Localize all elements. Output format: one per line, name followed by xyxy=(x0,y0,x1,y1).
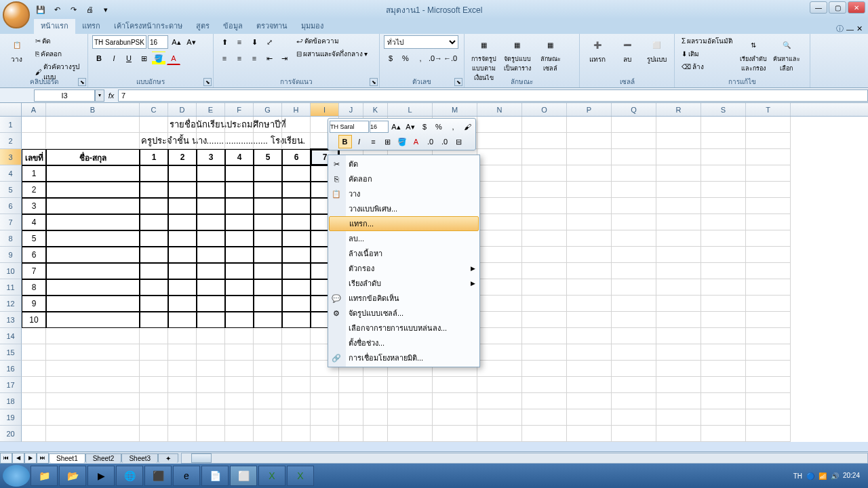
cell[interactable] xyxy=(701,263,746,279)
cell[interactable] xyxy=(282,117,311,133)
cell[interactable] xyxy=(197,296,225,312)
cell[interactable] xyxy=(311,426,339,442)
cell[interactable] xyxy=(567,426,612,442)
cell[interactable] xyxy=(168,198,197,214)
cell[interactable] xyxy=(477,247,522,263)
cell[interactable] xyxy=(746,426,791,442)
cell[interactable]: 2 xyxy=(22,182,46,198)
cell[interactable]: รายชื่อนักเรียนประถมศึกษาปีที่ xyxy=(168,117,197,133)
decrease-decimal-icon[interactable]: ←.0 xyxy=(443,52,457,65)
comma-icon[interactable]: , xyxy=(414,52,427,65)
cell[interactable] xyxy=(140,279,168,296)
cell[interactable] xyxy=(46,247,140,263)
cell[interactable] xyxy=(197,426,225,442)
row-header-10[interactable]: 10 xyxy=(0,263,22,279)
cell[interactable] xyxy=(225,409,254,426)
cell[interactable] xyxy=(282,328,311,344)
font-color-button[interactable]: A xyxy=(167,52,180,65)
col-header-G[interactable]: G xyxy=(254,103,282,116)
cell[interactable] xyxy=(746,247,791,263)
cell[interactable] xyxy=(477,328,522,344)
cell[interactable] xyxy=(477,214,522,230)
cell[interactable] xyxy=(522,361,567,377)
cell[interactable] xyxy=(282,230,311,247)
cell[interactable] xyxy=(225,279,254,296)
cell[interactable] xyxy=(168,377,197,393)
row-header-12[interactable]: 12 xyxy=(0,296,22,312)
cell[interactable] xyxy=(168,247,197,263)
mini-bold-button[interactable]: B xyxy=(338,135,352,148)
cell[interactable] xyxy=(522,312,567,328)
save-icon[interactable]: 💾 xyxy=(34,3,47,16)
cell[interactable] xyxy=(612,149,656,165)
cell[interactable]: 3 xyxy=(22,198,46,214)
row-header-9[interactable]: 9 xyxy=(0,247,22,263)
cell[interactable] xyxy=(46,312,140,328)
menu-item[interactable]: 💬แทรกข้อคิดเห็น xyxy=(328,291,479,306)
cell[interactable] xyxy=(168,344,197,361)
cell[interactable] xyxy=(225,263,254,279)
cell[interactable] xyxy=(612,344,656,361)
cell[interactable] xyxy=(612,133,656,149)
cell[interactable] xyxy=(46,361,140,377)
row-header-14[interactable]: 14 xyxy=(0,328,22,344)
menu-item[interactable]: ตั้งชื่อช่วง... xyxy=(328,336,479,350)
col-header-C[interactable]: C xyxy=(140,103,168,116)
cell[interactable] xyxy=(522,247,567,263)
cell[interactable] xyxy=(363,393,388,409)
cell[interactable] xyxy=(46,296,140,312)
cell[interactable] xyxy=(140,198,168,214)
cell[interactable] xyxy=(522,165,567,182)
cell[interactable] xyxy=(22,426,46,442)
cell[interactable] xyxy=(282,247,311,263)
cell[interactable] xyxy=(225,214,254,230)
cell[interactable] xyxy=(746,377,791,393)
cell[interactable]: ชื่อ-สกุล xyxy=(46,149,140,165)
cell[interactable] xyxy=(701,247,746,263)
row-header-2[interactable]: 2 xyxy=(0,133,22,149)
cell[interactable] xyxy=(567,117,612,133)
paste-button[interactable]: 📋 วาง xyxy=(4,35,30,66)
cell[interactable] xyxy=(46,182,140,198)
cell[interactable] xyxy=(363,377,388,393)
close-button[interactable]: ✕ xyxy=(848,1,865,14)
cell[interactable] xyxy=(254,182,282,198)
cell[interactable] xyxy=(46,377,140,393)
cell[interactable] xyxy=(477,426,522,442)
cell[interactable] xyxy=(168,296,197,312)
cell[interactable] xyxy=(22,393,46,409)
cell[interactable] xyxy=(746,214,791,230)
cell[interactable] xyxy=(567,393,612,409)
cell[interactable] xyxy=(656,247,701,263)
cell[interactable] xyxy=(225,230,254,247)
cell[interactable]: 1 xyxy=(140,149,168,165)
merge-button[interactable]: ⊟ผสานและจัดกึ่งกลาง ▾ xyxy=(294,48,370,60)
tab-home[interactable]: หน้าแรก xyxy=(34,18,75,34)
underline-button[interactable]: U xyxy=(122,52,136,65)
cell[interactable] xyxy=(477,393,522,409)
col-header-F[interactable]: F xyxy=(225,103,254,116)
col-header-H[interactable]: H xyxy=(282,103,311,116)
select-all-corner[interactable] xyxy=(0,103,22,116)
cell[interactable] xyxy=(197,344,225,361)
cell[interactable] xyxy=(477,133,522,149)
menu-item[interactable]: ล้างเนื้อหา xyxy=(328,246,479,261)
cell[interactable] xyxy=(282,165,311,182)
cell[interactable] xyxy=(168,133,197,149)
qat-dropdown-icon[interactable]: ▾ xyxy=(99,3,113,16)
menu-item[interactable]: ⚙จัดรูปแบบเซลล์... xyxy=(328,306,479,321)
cell[interactable] xyxy=(612,182,656,198)
cell[interactable]: 10 xyxy=(22,312,46,328)
cell[interactable] xyxy=(567,230,612,247)
align-center-icon[interactable]: ≡ xyxy=(233,52,246,65)
font-name-select[interactable] xyxy=(92,35,146,49)
cell[interactable] xyxy=(282,214,311,230)
cell[interactable] xyxy=(522,149,567,165)
border-button[interactable]: ⊞ xyxy=(137,52,151,65)
cell[interactable] xyxy=(282,377,311,393)
cell[interactable] xyxy=(656,279,701,296)
cell[interactable] xyxy=(522,393,567,409)
cut-button[interactable]: ✂ตัด xyxy=(33,35,83,47)
cell[interactable] xyxy=(311,409,339,426)
minimize-button[interactable]: — xyxy=(810,1,827,14)
